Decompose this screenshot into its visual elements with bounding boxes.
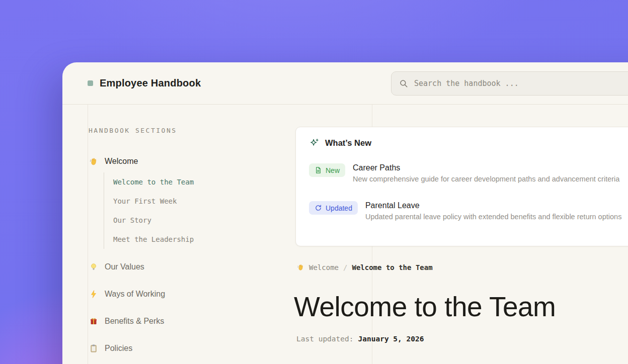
clipboard-icon <box>89 344 98 353</box>
last-updated-value: January 5, 2026 <box>358 335 424 343</box>
sidebar-subitem-your-first-week[interactable]: Your First Week <box>113 192 279 211</box>
badge-label: Updated <box>326 204 352 212</box>
sidebar-item-policies[interactable]: Policies <box>89 342 279 354</box>
breadcrumb-separator: / <box>343 263 347 271</box>
whats-new-entry: Updated Parental Leave Updated parental … <box>309 201 628 221</box>
sparkle-icon <box>309 138 320 148</box>
sidebar-subitem-welcome-to-the-team[interactable]: Welcome to the Team <box>113 172 279 192</box>
search-icon <box>399 79 408 88</box>
page-title: Welcome to the Team <box>294 291 556 323</box>
entry-title-parental-leave[interactable]: Parental Leave <box>365 201 621 210</box>
updated-badge: Updated <box>309 201 358 215</box>
entry-text: Career Paths New comprehensive guide for… <box>353 163 619 183</box>
app-title: Employee Handbook <box>100 77 201 89</box>
sidebar-item-label: Benefits & Perks <box>105 317 164 326</box>
entry-text: Parental Leave Updated parental leave po… <box>365 201 621 221</box>
whats-new-entry: New Career Paths New comprehensive guide… <box>309 163 628 183</box>
gift-icon <box>89 317 98 326</box>
sidebar-item-label: Our Values <box>105 262 144 271</box>
sidebar-item-ways-of-working[interactable]: Ways of Working <box>89 288 279 300</box>
new-badge: New <box>309 163 345 177</box>
entry-description: New comprehensive guide for career devel… <box>353 175 619 183</box>
bolt-icon <box>89 290 98 299</box>
sidebar-sublist-welcome: Welcome to the Team Your First Week Our … <box>104 172 279 249</box>
sidebar-subitem-our-story[interactable]: Our Story <box>113 211 279 230</box>
app-header: Employee Handbook <box>62 62 628 105</box>
sidebar-item-our-values[interactable]: Our Values <box>89 261 279 273</box>
entry-title-career-paths[interactable]: Career Paths <box>353 163 619 172</box>
search-input[interactable] <box>414 79 628 88</box>
bulb-icon <box>89 262 98 272</box>
sidebar-item-label: Policies <box>105 344 132 353</box>
breadcrumb: Welcome / Welcome to the Team <box>296 263 433 271</box>
document-icon <box>315 166 322 174</box>
sidebar-subitem-meet-the-leadership[interactable]: Meet the Leadership <box>113 230 279 249</box>
sidebar-item-label: Ways of Working <box>105 290 165 299</box>
sidebar-section-label: HANDBOOK SECTIONS <box>89 127 279 134</box>
sidebar-item-welcome[interactable]: Welcome <box>89 155 279 167</box>
whats-new-header: What’s New <box>309 138 628 148</box>
last-updated-label: Last updated: <box>296 335 354 343</box>
refresh-icon <box>315 204 322 212</box>
search-box[interactable] <box>391 71 628 96</box>
app-logo <box>88 80 93 86</box>
desktop-background: Employee Handbook HANDBOOK SECTIONS <box>0 0 628 364</box>
breadcrumb-section[interactable]: Welcome <box>309 263 339 271</box>
sidebar-item-label: Welcome <box>105 157 138 166</box>
breadcrumb-current: Welcome to the Team <box>352 263 432 271</box>
last-updated: Last updated: January 5, 2026 <box>296 335 424 343</box>
entry-description: Updated parental leave policy with exten… <box>365 213 621 221</box>
whats-new-card: What’s New New Career Paths New com <box>295 127 628 246</box>
handbook-window: Employee Handbook HANDBOOK SECTIONS <box>62 62 628 364</box>
sidebar-item-benefits-perks[interactable]: Benefits & Perks <box>89 315 279 327</box>
badge-label: New <box>326 166 340 174</box>
wave-icon <box>89 157 98 166</box>
wave-icon <box>296 263 304 271</box>
whats-new-title: What’s New <box>325 138 371 148</box>
sidebar: HANDBOOK SECTIONS Welcome Welcome to the… <box>88 105 279 364</box>
